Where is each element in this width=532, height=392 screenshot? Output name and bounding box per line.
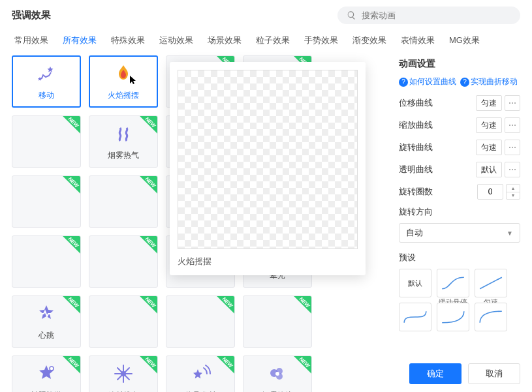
effect-card[interactable]: NEW拍照旅游: [12, 355, 81, 392]
effect-card[interactable]: NEW: [89, 175, 158, 228]
ok-button[interactable]: 确定: [409, 363, 462, 384]
more-button[interactable]: ⋯: [505, 117, 520, 133]
effect-label: 烟雾缭绕: [262, 390, 293, 393]
preset-item[interactable]: 缓动悬停: [437, 269, 469, 297]
preset-item[interactable]: [475, 303, 507, 331]
stars-icon: [35, 63, 57, 85]
curve-select[interactable]: 匀速: [476, 140, 502, 155]
svg-point-13: [121, 371, 126, 376]
blank-icon: [112, 190, 134, 213]
tab-2[interactable]: 特殊效果: [111, 35, 145, 49]
rotation-count-input[interactable]: [477, 184, 503, 200]
effect-card[interactable]: 移动: [12, 55, 81, 108]
svg-point-17: [275, 372, 279, 376]
row-label: 透明曲线: [399, 164, 433, 175]
settings-panel: 动画设置 ?如何设置曲线 ?实现曲折移动 位移曲线匀速⋯缩放曲线匀速⋯旋转曲线匀…: [399, 55, 520, 392]
effect-label: 移动: [39, 90, 54, 101]
effect-card[interactable]: NEW烟雾热气: [89, 115, 158, 168]
setting-row: 缩放曲线匀速⋯: [399, 117, 520, 133]
preview-popover: 火焰摇摆: [170, 62, 366, 275]
cam-icon: [35, 363, 57, 385]
effect-card[interactable]: 火焰摇摆: [89, 55, 158, 108]
row-label: 缩放曲线: [399, 119, 433, 131]
preset-item[interactable]: 默认: [399, 269, 431, 297]
rotation-stepper[interactable]: ▲▼: [506, 184, 520, 200]
question-icon: ?: [399, 78, 408, 87]
preview-label: 火焰摇摆: [178, 256, 358, 267]
new-badge: NEW: [55, 236, 80, 261]
tab-5[interactable]: 粒子效果: [256, 35, 290, 49]
new-badge: NEW: [133, 116, 157, 141]
rotation-dir-select[interactable]: 自动 ▼: [399, 223, 520, 243]
effect-card[interactable]: NEW放射线条: [89, 355, 158, 392]
tab-3[interactable]: 运动效果: [159, 35, 193, 49]
rays-icon: [112, 363, 134, 385]
setting-row: 位移曲线匀速⋯: [399, 95, 520, 111]
effect-card[interactable]: NEW: [89, 235, 158, 288]
tab-4[interactable]: 场景效果: [208, 35, 242, 49]
blank-icon: [266, 310, 289, 333]
search-icon: [347, 10, 356, 20]
curve-select[interactable]: 匀速: [476, 95, 502, 111]
new-badge: NEW: [133, 296, 157, 321]
search-box[interactable]: [337, 7, 520, 24]
new-badge: NEW: [133, 236, 157, 261]
effect-card[interactable]: NEW: [12, 235, 81, 288]
preset-item[interactable]: [399, 303, 431, 331]
tab-9[interactable]: MG效果: [449, 35, 480, 49]
blank-icon: [35, 250, 57, 273]
chevron-down-icon[interactable]: ▼: [507, 192, 520, 200]
new-badge: NEW: [133, 356, 157, 381]
presets-row: 默认缓动悬停匀速: [399, 269, 520, 331]
more-button[interactable]: ⋯: [505, 162, 520, 177]
effect-card[interactable]: NEW: [12, 175, 81, 228]
help-link-zigzag[interactable]: ?实现曲折移动: [460, 76, 518, 87]
tab-7[interactable]: 渐变效果: [352, 35, 386, 49]
signal-icon: [189, 363, 211, 385]
tab-6[interactable]: 手势效果: [304, 35, 338, 49]
curve-select[interactable]: 匀速: [476, 117, 502, 133]
effect-label: 信号发射: [185, 390, 216, 393]
svg-point-8: [50, 367, 54, 370]
question-icon: ?: [460, 78, 469, 87]
effect-label: 火焰摇摆: [108, 90, 139, 101]
preset-item[interactable]: [437, 303, 469, 331]
curve-rows: 位移曲线匀速⋯缩放曲线匀速⋯旋转曲线匀速⋯透明曲线默认⋯: [399, 95, 520, 177]
tab-0[interactable]: 常用效果: [14, 35, 48, 49]
row-label: 位移曲线: [399, 97, 433, 109]
setting-row: 透明曲线默认⋯: [399, 162, 520, 177]
tabs: 常用效果所有效果特殊效果运动效果场景效果粒子效果手势效果渐变效果表情效果MG效果: [0, 31, 532, 55]
new-badge: NEW: [55, 356, 80, 381]
cursor-icon: [128, 75, 138, 85]
effect-label: 心跳: [39, 330, 54, 341]
blank-icon: [112, 310, 134, 333]
effect-card[interactable]: NEW: [89, 295, 158, 348]
effect-card[interactable]: NEW信号发射: [166, 355, 235, 392]
effect-card[interactable]: NEW烟雾缭绕: [243, 355, 312, 392]
effect-card[interactable]: NEW: [166, 295, 235, 348]
blank-icon: [189, 310, 211, 333]
effect-card[interactable]: NEW心跳: [12, 295, 81, 348]
help-link-curve[interactable]: ?如何设置曲线: [399, 76, 456, 87]
smoke-icon: [112, 123, 134, 145]
effect-label: 放射线条: [108, 390, 139, 393]
more-button[interactable]: ⋯: [505, 95, 520, 111]
blank-icon: [35, 190, 57, 213]
blank-icon: [112, 250, 134, 273]
row-label: 旋转曲线: [399, 142, 433, 153]
effect-card[interactable]: NEW: [243, 295, 312, 348]
search-input[interactable]: [362, 10, 511, 20]
effect-card[interactable]: NEW: [12, 115, 81, 168]
new-badge: NEW: [133, 176, 157, 201]
more-button[interactable]: ⋯: [505, 140, 520, 155]
new-badge: NEW: [287, 296, 311, 321]
curve-select[interactable]: 默认: [476, 162, 502, 177]
new-badge: NEW: [287, 356, 311, 381]
tab-8[interactable]: 表情效果: [401, 35, 435, 49]
tab-1[interactable]: 所有效果: [63, 35, 97, 49]
new-badge: NEW: [55, 116, 80, 141]
chevron-up-icon[interactable]: ▲: [507, 185, 520, 192]
preset-item[interactable]: 匀速: [475, 269, 507, 297]
blank-icon: [35, 130, 57, 153]
cancel-button[interactable]: 取消: [468, 363, 520, 384]
